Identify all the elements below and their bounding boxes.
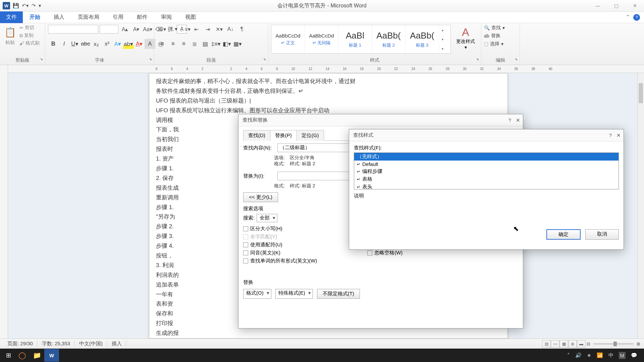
taskbar-explorer-icon[interactable]: 📁 xyxy=(30,349,44,362)
style-list-item[interactable]: ↵Default xyxy=(354,161,619,168)
dialog-help-icon[interactable]: ? xyxy=(508,117,511,123)
dialog-close-icon[interactable]: ✕ xyxy=(516,117,520,123)
subscript-button[interactable]: x₂ xyxy=(91,39,102,49)
less-button[interactable]: << 更少(L) xyxy=(243,192,278,202)
cancel-button[interactable]: 取消 xyxy=(585,229,619,240)
chk-sounds-like[interactable] xyxy=(243,250,248,255)
fullscreen-view-icon[interactable]: ▭ xyxy=(551,340,559,348)
style-list-item[interactable]: ↵表头 xyxy=(354,183,619,189)
format-menu-button[interactable]: 格式(O) xyxy=(243,289,271,299)
tray-ime-icon[interactable]: 中 xyxy=(608,352,613,359)
taskbar-word-icon[interactable]: W xyxy=(44,349,59,362)
align-left-icon[interactable]: ≡ xyxy=(157,39,168,49)
status-page[interactable]: 页面: 29/30 xyxy=(3,341,37,347)
minimize-button[interactable]: — xyxy=(589,0,607,12)
zoom-in-icon[interactable]: ⊕ xyxy=(636,341,641,347)
style-listbox[interactable]: （无样式）↵Default↵编程步骤↵表格↵表头↵插图 xyxy=(354,153,619,189)
bold-button[interactable]: B xyxy=(48,39,59,49)
highlight-icon[interactable]: ab▾ xyxy=(123,39,134,49)
copy-button[interactable]: ⧉复制 xyxy=(19,33,40,39)
special-menu-button[interactable]: 特殊格式(E) xyxy=(275,289,313,299)
tray-wifi-icon[interactable]: 📶 xyxy=(597,352,603,358)
tab-references[interactable]: 引用 xyxy=(106,11,130,23)
tray-notification-icon[interactable]: 💬 xyxy=(631,352,637,358)
find-style-title-bar[interactable]: 查找样式 ? ✕ xyxy=(349,129,624,141)
no-formatting-button[interactable]: 不限定格式(T) xyxy=(317,289,360,299)
asian-layout-icon[interactable]: ✕▾ xyxy=(214,25,224,34)
draft-view-icon[interactable]: ▬ xyxy=(577,340,586,348)
strike-button[interactable]: abc xyxy=(80,39,91,49)
save-icon[interactable]: 💾 xyxy=(13,3,19,9)
chk-match-case[interactable] xyxy=(243,226,248,231)
shading-icon[interactable]: ◧▾ xyxy=(221,39,232,49)
char-shading-icon[interactable]: A xyxy=(145,39,155,49)
chk-word-forms[interactable] xyxy=(243,258,248,263)
style-list-item[interactable]: （无样式） xyxy=(354,153,619,161)
maximize-button[interactable]: ▢ xyxy=(607,0,626,12)
cut-button[interactable]: ✂剪切 xyxy=(19,25,40,31)
paste-button[interactable]: 📋 粘贴 xyxy=(3,25,17,47)
style-item[interactable]: AaBbCcDd↵ 正文 xyxy=(271,25,305,53)
line-spacing-icon[interactable]: ‡≡▾ xyxy=(211,39,221,49)
scrollbar-thumb[interactable] xyxy=(639,83,643,103)
tab-replace[interactable]: 替换(P) xyxy=(270,130,297,141)
styles-more-button[interactable]: ▴▾▾ xyxy=(439,25,446,53)
print-layout-view-icon[interactable]: ▤ xyxy=(542,340,551,348)
styles-gallery[interactable]: AaBbCcDd↵ 正文AaBbCcDd↵ 无间隔AaBl标题 1AaBb(标题… xyxy=(271,25,451,54)
status-mode[interactable]: 插入 xyxy=(108,341,126,347)
ok-button[interactable]: 确定 xyxy=(546,229,581,240)
zoom-slider[interactable] xyxy=(593,343,634,345)
show-marks-icon[interactable]: ¶ xyxy=(237,25,247,34)
find-replace-title-bar[interactable]: 查找和替换 ? ✕ xyxy=(238,114,523,126)
tray-volume-icon[interactable]: 🔊 xyxy=(575,352,582,358)
web-view-icon[interactable]: ▦ xyxy=(559,340,568,348)
find-button[interactable]: 🔍查找▾ xyxy=(484,25,517,31)
decrease-indent-icon[interactable]: ⇤ xyxy=(191,25,201,34)
vertical-scrollbar[interactable] xyxy=(637,73,644,339)
italic-button[interactable]: I xyxy=(59,39,69,49)
font-size-combo[interactable] xyxy=(100,25,118,34)
increase-indent-icon[interactable]: ⇥ xyxy=(203,25,213,34)
numbering-icon[interactable]: ⒈▾ xyxy=(168,25,178,34)
style-item[interactable]: AaBbCcDd↵ 无间隔 xyxy=(305,25,338,53)
taskbar-cortana-icon[interactable]: ◯ xyxy=(15,349,30,362)
tab-file[interactable]: 文件 xyxy=(0,11,23,23)
tray-m-icon[interactable]: M xyxy=(619,352,626,359)
justify-icon[interactable]: ≣ xyxy=(189,39,200,49)
start-button[interactable]: ⊞ xyxy=(2,349,15,362)
align-right-icon[interactable]: ≡ xyxy=(178,39,189,49)
style-list-item[interactable]: ↵表格 xyxy=(354,175,619,183)
tab-view[interactable]: 视图 xyxy=(178,11,203,23)
multilevel-icon[interactable]: ⋮≡▾ xyxy=(180,25,190,34)
grow-font-icon[interactable]: A▴ xyxy=(120,25,130,34)
view-mode-buttons[interactable]: ▤ ▭ ▦ ≣ ▬ xyxy=(542,340,586,348)
underline-button[interactable]: U▾ xyxy=(69,39,80,49)
help-icon[interactable]: ? xyxy=(633,14,640,21)
text-effects-icon[interactable]: A▾ xyxy=(112,39,123,49)
status-language[interactable]: 中文(中国) xyxy=(75,341,107,347)
style-item[interactable]: AaBl标题 1 xyxy=(338,25,372,53)
close-button[interactable]: ✕ xyxy=(626,0,644,12)
tray-bluetooth-icon[interactable]: ∗ xyxy=(587,352,591,358)
tab-layout[interactable]: 页面布局 xyxy=(71,11,106,23)
format-painter-button[interactable]: 🖌格式刷 xyxy=(19,40,40,46)
style-item[interactable]: AaBb(标题 2 xyxy=(372,25,406,53)
tab-find[interactable]: 查找(D) xyxy=(243,130,270,141)
superscript-button[interactable]: x² xyxy=(102,39,112,49)
tab-review[interactable]: 审阅 xyxy=(154,11,178,23)
change-case-icon[interactable]: Aa▾ xyxy=(143,25,153,34)
chk-wildcards[interactable] xyxy=(243,242,248,247)
shrink-font-icon[interactable]: A▾ xyxy=(131,25,141,34)
borders-icon[interactable]: ▦▾ xyxy=(232,39,243,49)
distribute-icon[interactable]: ▤ xyxy=(200,39,211,49)
tab-home[interactable]: 开始 xyxy=(23,11,47,23)
tray-chevron-icon[interactable]: ˄ xyxy=(567,352,570,358)
tab-goto[interactable]: 定位(G) xyxy=(297,130,324,141)
ribbon-collapse-icon[interactable]: ⌃ xyxy=(626,14,630,21)
bullets-icon[interactable]: ≔▾ xyxy=(157,25,167,34)
select-button[interactable]: ⬚选择▾ xyxy=(484,41,517,47)
zoom-out-icon[interactable]: ⊖ xyxy=(586,341,591,347)
align-center-icon[interactable]: ≡ xyxy=(168,39,178,49)
status-word-count[interactable]: 字数: 25,353 xyxy=(38,341,74,347)
search-scope-combo[interactable]: 全部 xyxy=(257,214,277,222)
